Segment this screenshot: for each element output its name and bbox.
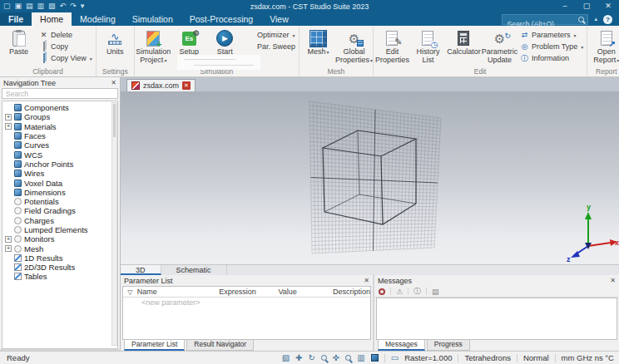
optimizer-button[interactable]: Optimizer ▾ bbox=[243, 29, 298, 41]
copy-button[interactable]: Copy bbox=[37, 41, 95, 52]
units-button[interactable]: ∿ Units bbox=[97, 27, 133, 57]
close-document-icon[interactable]: ✕ bbox=[182, 81, 191, 90]
close-panel-icon[interactable]: ✕ bbox=[610, 277, 616, 284]
select-tool-icon[interactable]: ▧ bbox=[282, 354, 290, 362]
history-list-button[interactable]: ◷ History List bbox=[410, 27, 446, 64]
simulation-project-button[interactable]: Simulation Project▾ bbox=[136, 27, 171, 65]
new-file-icon[interactable]: ▢ bbox=[3, 2, 11, 10]
help-icon[interactable]: ? bbox=[603, 15, 612, 24]
tree-item[interactable]: 1D Results bbox=[2, 253, 117, 263]
status-mode[interactable]: Normal bbox=[523, 353, 549, 362]
tree-scrollbar[interactable] bbox=[111, 102, 117, 346]
tree-item[interactable]: Monitors bbox=[2, 234, 117, 243]
tree-item[interactable]: Mesh bbox=[2, 243, 117, 253]
column-description[interactable]: Description bbox=[333, 288, 370, 296]
setup-solver-icon: Es bbox=[182, 32, 196, 46]
bottom-tab[interactable]: Progress bbox=[427, 340, 470, 351]
tree-item[interactable]: Tables bbox=[2, 272, 117, 281]
tree-item[interactable]: Wires bbox=[2, 169, 117, 178]
tree-item[interactable]: Groups bbox=[2, 112, 117, 121]
menu-tab[interactable]: Simulation bbox=[124, 12, 181, 26]
undo-icon[interactable]: ↶ bbox=[60, 2, 67, 10]
bounding-box-icon[interactable] bbox=[371, 354, 379, 362]
open-file-icon[interactable]: ▣ bbox=[15, 2, 22, 10]
save-all-icon[interactable]: ▥ bbox=[37, 2, 45, 10]
menu-tab[interactable]: Home bbox=[32, 12, 72, 26]
tree-item[interactable]: Materials bbox=[2, 122, 117, 131]
ribbon-search-box[interactable] bbox=[502, 14, 588, 25]
tree-item[interactable]: Components bbox=[2, 103, 117, 112]
parameters-button[interactable]: ⇄ Parameters ▾ bbox=[517, 29, 586, 41]
edit-properties-button[interactable]: ✎ Edit Properties bbox=[374, 27, 410, 64]
tree-item[interactable]: Dimensions bbox=[2, 188, 117, 197]
mesh-button[interactable]: Mesh▾ bbox=[300, 27, 336, 57]
message-list-icon[interactable]: ▤ bbox=[432, 288, 439, 296]
maximize-button[interactable]: ▢ bbox=[576, 0, 597, 12]
view-tab[interactable]: Schematic bbox=[161, 265, 227, 275]
column-name[interactable]: Name bbox=[137, 288, 219, 296]
tree-item[interactable]: Anchor Points bbox=[2, 160, 117, 169]
split-view-icon[interactable]: ▥ bbox=[357, 354, 364, 362]
close-panel-icon[interactable]: ✕ bbox=[364, 277, 369, 284]
filter-icon[interactable]: ▽ bbox=[123, 288, 137, 296]
bottom-tab[interactable]: Parameter List bbox=[124, 340, 185, 351]
move-tool-icon[interactable]: ✜ bbox=[333, 354, 339, 362]
bottom-tab[interactable]: Result Navigator bbox=[186, 340, 254, 351]
paste-button[interactable]: Paste bbox=[1, 27, 37, 57]
save-icon[interactable]: ▤ bbox=[26, 2, 33, 10]
tree-item[interactable]: Voxel Data bbox=[2, 178, 117, 187]
tree-item[interactable]: 2D/3D Results bbox=[2, 263, 117, 272]
export-icon[interactable]: ▧ bbox=[48, 2, 56, 10]
tree-item[interactable]: Charges bbox=[2, 216, 117, 225]
rotate-tool-icon[interactable]: ↻ bbox=[308, 354, 314, 362]
error-filter-icon[interactable] bbox=[379, 288, 385, 295]
expand-icon[interactable] bbox=[5, 245, 12, 252]
open-report-button[interactable]: ↗ Open Report▾ bbox=[588, 27, 619, 65]
problem-type-button[interactable]: ◎ Problem Type ▾ bbox=[517, 41, 586, 52]
tree-item[interactable]: WCS bbox=[2, 150, 117, 159]
tree-item[interactable]: Curves bbox=[2, 140, 117, 150]
menu-tab[interactable]: Post-Processing bbox=[181, 12, 261, 26]
3d-viewport[interactable]: y x z bbox=[121, 91, 619, 264]
calculator-button[interactable]: Calculator bbox=[446, 27, 482, 57]
zoom-lasso-icon[interactable] bbox=[321, 355, 327, 361]
copy-view-button[interactable]: Copy View ▾ bbox=[37, 52, 95, 64]
menu-tab[interactable]: Modeling bbox=[72, 12, 124, 26]
new-parameter-row[interactable]: <new parameter> bbox=[123, 298, 370, 307]
expand-icon[interactable] bbox=[5, 236, 12, 243]
global-properties-button[interactable]: ⚙ Global Properties▾ bbox=[336, 27, 372, 65]
quick-access-more-icon[interactable]: ▾ bbox=[81, 2, 85, 10]
expand-icon[interactable] bbox=[5, 123, 12, 130]
status-raster[interactable]: Raster=1.000 bbox=[404, 353, 452, 362]
expand-icon[interactable] bbox=[5, 114, 12, 121]
warning-filter-icon[interactable]: ⚠ bbox=[396, 288, 403, 296]
tree-search-input[interactable] bbox=[2, 88, 118, 99]
view-tab[interactable]: 3D bbox=[121, 265, 161, 275]
axis-x-label: x bbox=[615, 239, 619, 247]
column-value[interactable]: Value bbox=[278, 288, 333, 296]
information-button[interactable]: ⓘ Information bbox=[517, 52, 586, 64]
parametric-update-button[interactable]: ⚙↻ Parametric Update bbox=[482, 27, 517, 64]
info-filter-icon[interactable]: ⓘ bbox=[413, 286, 421, 297]
tree-item[interactable]: Field Gradings bbox=[2, 206, 117, 215]
tree-item[interactable]: Faces bbox=[2, 131, 117, 140]
menu-tab[interactable]: File bbox=[0, 12, 32, 26]
bottom-tab[interactable]: Messages bbox=[378, 340, 425, 351]
menu-tab[interactable]: View bbox=[261, 12, 297, 26]
collapse-ribbon-icon[interactable]: ▴ bbox=[594, 16, 597, 22]
tree-item[interactable]: Potentials bbox=[2, 197, 117, 206]
close-button[interactable]: ✕ bbox=[597, 0, 619, 12]
delete-button[interactable]: ✕ Delete bbox=[37, 29, 95, 41]
par-sweep-button[interactable]: Par. Sweep bbox=[243, 41, 298, 52]
close-panel-icon[interactable]: ✕ bbox=[111, 79, 116, 86]
tree-item[interactable]: Lumped Elements bbox=[2, 225, 117, 234]
zoom-icon[interactable] bbox=[345, 355, 351, 361]
status-mesh-type[interactable]: Tetrahedrons bbox=[464, 353, 510, 362]
pan-tool-icon[interactable]: ✚ bbox=[295, 354, 302, 362]
status-units[interactable]: mm GHz ns °C bbox=[562, 353, 614, 362]
redo-icon[interactable]: ↷ bbox=[70, 2, 77, 10]
tree-item-icon bbox=[14, 273, 22, 280]
minimize-button[interactable]: – bbox=[554, 0, 576, 12]
column-expression[interactable]: Expression bbox=[219, 288, 278, 296]
document-tab[interactable]: zsdax.com ✕ bbox=[126, 79, 196, 91]
